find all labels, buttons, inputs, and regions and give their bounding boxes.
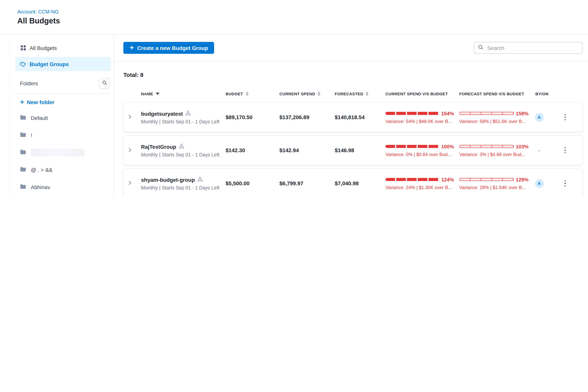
sort-icon	[366, 92, 369, 96]
expand-chevron-icon[interactable]	[128, 147, 132, 154]
current-vs-budget-bar	[386, 178, 439, 181]
group-hierarchy-icon	[179, 143, 184, 150]
folders-section-label: Folders	[20, 80, 38, 86]
table-header-row: NAME BUDGET CURRENT SPEND FORECASTED CUR…	[123, 88, 582, 100]
forecast-vs-budget-bar	[459, 112, 514, 115]
current-vs-budget-cell: 124% Variance: 24% | $1.30K over B...	[381, 176, 455, 190]
folder-item	[15, 144, 111, 161]
budget-group-name[interactable]: shyam-budget-group	[141, 176, 195, 183]
folder-icon	[20, 184, 26, 190]
sort-icon	[318, 92, 320, 96]
current-vs-budget-percent: 124%	[441, 176, 454, 182]
grid-icon	[20, 45, 26, 51]
folder-item[interactable]: Anomalies RBAC test	[15, 196, 111, 196]
budget-group-list: budgetsuryatest Monthly | Starts Sep 01 …	[123, 102, 582, 196]
owner-avatar: A	[535, 113, 544, 122]
column-header-current-spend[interactable]: CURRENT SPEND	[275, 92, 330, 96]
current-vs-budget-percent: 100%	[441, 144, 454, 149]
folder-icon	[20, 115, 26, 121]
page-header: Account: CCM-NG All Budgets	[0, 0, 588, 34]
forecasted-amount: $140,818.54	[330, 114, 381, 120]
current-vs-budget-cell: 100% Variance: 0% | $0.64 over Bud...	[381, 144, 455, 157]
app-window: Account: CCM-NG All Budgets All Budgets …	[0, 0, 588, 196]
forecast-variance-text: Variance: 3% | $4.68 over Bud...	[459, 152, 531, 157]
row-menu-button[interactable]	[562, 112, 568, 123]
current-spend: $142.94	[275, 147, 330, 153]
folder-icon	[20, 149, 26, 156]
group-hierarchy-icon	[198, 176, 202, 183]
budget-group-name[interactable]: budgetsuryatest	[141, 110, 183, 117]
by-on-cell: A	[531, 113, 548, 122]
budget-group-name[interactable]: RajTestGroup	[141, 144, 176, 150]
current-vs-budget-bar	[386, 145, 439, 148]
column-header-by-on: BY/ON	[531, 92, 548, 96]
new-folder-button[interactable]: New folder	[15, 95, 111, 109]
column-header-current-vs-budget: CURRENT SPEND V/S BUDGET	[381, 92, 455, 96]
plus-icon	[130, 45, 134, 51]
budget-amount: $142.30	[221, 147, 275, 153]
folder-name: !	[31, 132, 32, 138]
forecast-vs-budget-cell: 158% Variance: 58% | $51.6K over B...	[455, 110, 531, 124]
folder-list: Default ! @ . > && Abhinav Anomalies RBA…	[15, 109, 111, 196]
sort-descending-icon	[156, 92, 159, 95]
folder-item[interactable]: !	[15, 126, 111, 144]
current-spend: $137,206.89	[275, 114, 330, 120]
current-vs-budget-cell: 154% Variance: 54% | $48.0K over B...	[381, 110, 455, 124]
table-row[interactable]: RajTestGroup Monthly | Starts Sep 01 - 1…	[123, 136, 582, 165]
expand-chevron-icon[interactable]	[128, 180, 132, 187]
forecast-vs-budget-cell: 128% Variance: 28% | $1.54K over B...	[455, 176, 531, 190]
table-row[interactable]: shyam-budget-group Monthly | Starts Sep …	[123, 169, 582, 196]
folder-item[interactable]: Default	[15, 109, 111, 126]
budget-amount: $89,170.50	[221, 114, 275, 120]
budget-group-table: Total: 8 NAME BUDGET CURRENT SPEND FOREC…	[114, 72, 588, 196]
folder-name: Default	[31, 115, 48, 121]
folder-item[interactable]: Abhinav	[15, 178, 111, 196]
folder-search-button[interactable]	[99, 78, 110, 89]
sort-icon	[246, 92, 248, 96]
folder-name: Abhinav	[31, 184, 50, 190]
folder-icon	[20, 132, 26, 138]
expand-chevron-icon[interactable]	[128, 114, 132, 121]
owner-avatar: A	[535, 179, 544, 188]
page-title: All Budgets	[17, 16, 588, 25]
sidebar-item-all-budgets[interactable]: All Budgets	[15, 41, 111, 55]
budget-period: Monthly | Starts Sep 01 - 1 Days Left	[141, 152, 221, 158]
current-variance-text: Variance: 0% | $0.64 over Bud...	[386, 152, 455, 157]
forecast-vs-budget-percent: 128%	[516, 176, 528, 182]
forecast-vs-budget-cell: 103% Variance: 3% | $4.68 over Bud...	[455, 144, 531, 157]
row-menu-button[interactable]	[562, 145, 568, 156]
forecast-vs-budget-percent: 158%	[516, 110, 528, 116]
current-vs-budget-percent: 154%	[441, 110, 454, 116]
forecast-vs-budget-bar	[459, 178, 514, 181]
current-spend: $6,799.97	[275, 180, 330, 186]
column-header-forecast-vs-budget: FORECAST SPEND V/S BUDGET	[455, 92, 531, 96]
search-input[interactable]	[486, 44, 578, 51]
column-header-name[interactable]: NAME	[136, 92, 221, 96]
by-on-cell: A	[531, 179, 548, 188]
search-box	[474, 42, 582, 54]
new-folder-label: New folder	[27, 99, 54, 105]
budget-period: Monthly | Starts Sep 01 - 1 Days Left	[141, 119, 221, 124]
row-menu-button[interactable]	[562, 178, 568, 189]
forecasted-amount: $7,040.98	[330, 180, 381, 186]
create-budget-group-button[interactable]: Create a new Budget Group	[123, 42, 214, 54]
column-header-forecasted[interactable]: FORECASTED	[330, 92, 381, 96]
tag-icon	[20, 61, 26, 67]
main-content: Create a new Budget Group Total: 8 NAME …	[114, 34, 588, 196]
current-variance-text: Variance: 24% | $1.30K over B...	[386, 185, 455, 190]
forecast-vs-budget-percent: 103%	[516, 144, 528, 149]
forecast-variance-text: Variance: 28% | $1.54K over B...	[459, 185, 531, 190]
loading-skeleton	[31, 148, 84, 156]
table-row[interactable]: budgetsuryatest Monthly | Starts Sep 01 …	[123, 102, 582, 132]
sidebar: All Budgets Budget Groups Folders	[9, 34, 114, 196]
forecasted-amount: $146.98	[330, 147, 381, 153]
column-header-budget[interactable]: BUDGET	[221, 92, 275, 96]
folder-icon	[20, 166, 26, 173]
sidebar-item-budget-groups[interactable]: Budget Groups	[15, 57, 111, 71]
folders-divider	[15, 94, 111, 94]
by-on-empty: -	[538, 147, 540, 153]
group-hierarchy-icon	[186, 110, 190, 117]
by-on-cell: -	[531, 147, 548, 153]
folder-item[interactable]: @ . > &&	[15, 161, 111, 178]
account-breadcrumb[interactable]: Account: CCM-NG	[17, 9, 588, 14]
